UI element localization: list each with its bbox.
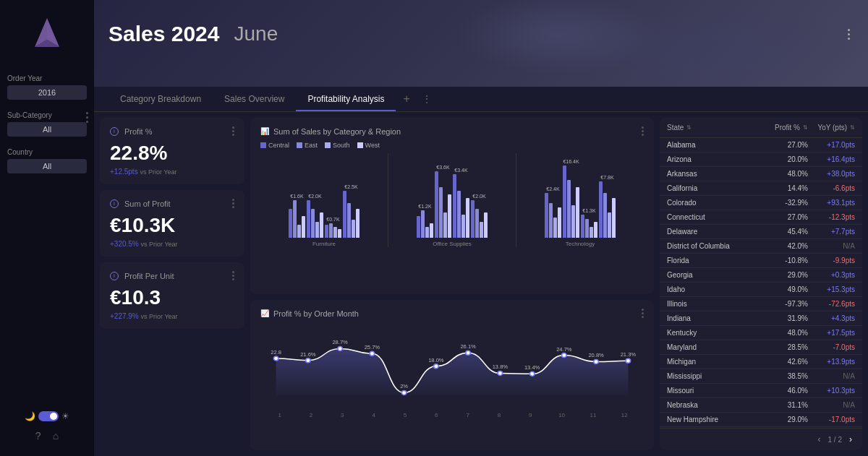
td-state-6: Delaware bbox=[667, 228, 761, 236]
bar-group-2-0: €2.4K bbox=[545, 186, 561, 238]
tabs-more-button[interactable]: ⋮ bbox=[417, 87, 436, 111]
x-label-0: 1 bbox=[264, 412, 295, 418]
bar-group-0-1: €2.0K bbox=[307, 194, 323, 238]
td-state-13: Kentucky bbox=[667, 329, 761, 337]
td-profit-14: 28.5% bbox=[761, 343, 808, 351]
kpi-column: i Profit % 22.8% +12.5pts vs Prior Year … bbox=[100, 118, 244, 450]
bar-chart-container: €1.6K€2.0K€0.7K€2.5KFurniture€1.2K€3.6K€… bbox=[260, 153, 644, 247]
header-content: Sales 2024 June bbox=[94, 0, 868, 53]
td-yoy-10: +15.3pts bbox=[808, 285, 855, 293]
th-profit-pct: Profit % ⇅ bbox=[761, 124, 808, 132]
td-yoy-3: -6.6pts bbox=[808, 184, 855, 192]
table-row: Missouri46.0%+10.3pts bbox=[660, 384, 862, 398]
td-yoy-8: -9.9pts bbox=[808, 257, 855, 264]
bar-2-1-0 bbox=[563, 165, 566, 238]
table-row: Florida-10.8%-9.9pts bbox=[660, 254, 862, 268]
bar-0-2-0 bbox=[325, 225, 328, 238]
header: Sales 2024 June bbox=[94, 0, 868, 87]
tab-sales-overview[interactable]: Sales Overview bbox=[213, 87, 296, 111]
td-state-9: Georgia bbox=[667, 271, 761, 279]
td-state-4: Colorado bbox=[667, 199, 761, 207]
table-row: Connecticut27.0%-12.3pts bbox=[660, 210, 862, 225]
td-state-0: Alabama bbox=[667, 141, 761, 149]
profit-pct-info-icon: i bbox=[110, 127, 119, 136]
header-more-button[interactable] bbox=[844, 25, 854, 43]
sidebar-options[interactable] bbox=[86, 112, 88, 123]
bar-group-2-3: €7.8K bbox=[599, 175, 616, 238]
td-yoy-17: +10.3pts bbox=[808, 387, 855, 395]
bar-1-3-2 bbox=[480, 222, 483, 238]
profit-per-unit-change: +227.9% vs Prior Year bbox=[110, 312, 234, 320]
bar-category-label-1: Office Supplies bbox=[433, 241, 472, 247]
td-state-14: Maryland bbox=[667, 343, 761, 351]
tab-profitability-analysis[interactable]: Profitability Analysis bbox=[296, 87, 396, 111]
legend-central: Central bbox=[260, 142, 289, 149]
bar-value-label: €3.6K bbox=[436, 165, 449, 170]
bar-value-label: €1.3K bbox=[582, 208, 595, 213]
td-state-12: Indiana bbox=[667, 314, 761, 322]
table-row: Kentucky48.0%+17.5pts bbox=[660, 326, 862, 340]
order-year-value[interactable]: 2016 bbox=[7, 85, 87, 100]
td-profit-7: 42.0% bbox=[761, 242, 808, 250]
td-yoy-18: N/A bbox=[808, 401, 855, 409]
bar-1-2-3 bbox=[466, 198, 469, 238]
td-yoy-14: -7.0pts bbox=[808, 343, 855, 351]
bar-0-0-1 bbox=[293, 200, 297, 238]
td-state-5: Connecticut bbox=[667, 213, 761, 221]
td-state-10: Idaho bbox=[667, 285, 761, 293]
line-point-2 bbox=[338, 347, 342, 351]
th-yoy: YoY (pts) ⇅ bbox=[808, 124, 855, 132]
tab-category-breakdown[interactable]: Category Breakdown bbox=[109, 87, 213, 111]
charts-column: 📊 Sum of Sales by Category & Region Cent… bbox=[250, 118, 654, 450]
moon-icon: 🌙 bbox=[25, 411, 35, 421]
bar-group-0-0: €1.6K bbox=[289, 194, 305, 238]
bar-2-3-2 bbox=[608, 212, 611, 238]
bar-chart-menu[interactable] bbox=[642, 126, 644, 136]
bar-2-3-1 bbox=[603, 193, 607, 238]
country-value[interactable]: All bbox=[7, 159, 87, 173]
bar-1-2-0 bbox=[453, 174, 456, 238]
bar-2-1-3 bbox=[576, 187, 579, 238]
profit-pct-menu[interactable] bbox=[232, 126, 234, 136]
line-point-3 bbox=[370, 352, 374, 356]
sum-profit-menu[interactable] bbox=[232, 199, 234, 208]
help-icon[interactable]: ? bbox=[35, 430, 41, 442]
bar-1-1-2 bbox=[443, 212, 447, 238]
line-chart-menu[interactable] bbox=[642, 309, 644, 318]
sub-category-value[interactable]: All bbox=[7, 122, 87, 137]
legend-east: East bbox=[297, 142, 318, 149]
bar-2-0-0 bbox=[545, 193, 548, 238]
country-filter: Country All bbox=[0, 142, 94, 179]
bar-1-3-1 bbox=[475, 209, 479, 238]
x-label-4: 5 bbox=[389, 412, 420, 418]
profit-per-unit-menu[interactable] bbox=[232, 271, 234, 280]
order-year-label: Order Year bbox=[7, 74, 87, 82]
x-label-2: 3 bbox=[327, 412, 358, 418]
sort-profit-icon[interactable]: ⇅ bbox=[803, 124, 808, 131]
bar-2-1-1 bbox=[567, 180, 571, 238]
bar-1-1-0 bbox=[435, 171, 438, 238]
td-state-18: Nebraska bbox=[667, 401, 761, 409]
bar-0-0-2 bbox=[297, 225, 301, 238]
theme-toggle[interactable] bbox=[38, 411, 59, 421]
td-profit-13: 48.0% bbox=[761, 329, 808, 337]
td-yoy-7: N/A bbox=[808, 242, 855, 250]
line-label-4: 2% bbox=[400, 384, 408, 390]
td-state-8: Florida bbox=[667, 257, 761, 264]
line-point-4 bbox=[401, 391, 406, 395]
bar-0-2-3 bbox=[338, 229, 341, 238]
add-tab-button[interactable]: + bbox=[396, 87, 417, 111]
sort-yoy-icon[interactable]: ⇅ bbox=[850, 124, 855, 131]
prev-page-button[interactable]: ‹ bbox=[815, 433, 824, 446]
table-row: Michigan42.6%+13.9pts bbox=[660, 355, 862, 369]
home-icon[interactable]: ⌂ bbox=[53, 430, 59, 442]
bar-value-label: €2.0K bbox=[308, 194, 321, 199]
x-label-6: 7 bbox=[452, 412, 483, 418]
x-label-8: 9 bbox=[515, 412, 546, 418]
next-page-button[interactable]: › bbox=[846, 433, 855, 446]
table-row: New Hampshire29.0%-17.0pts bbox=[660, 413, 862, 427]
sort-state-icon[interactable]: ⇅ bbox=[686, 124, 692, 131]
line-label-2: 28.7% bbox=[332, 340, 348, 346]
td-profit-0: 27.0% bbox=[761, 141, 808, 149]
td-profit-16: 38.5% bbox=[761, 372, 808, 380]
